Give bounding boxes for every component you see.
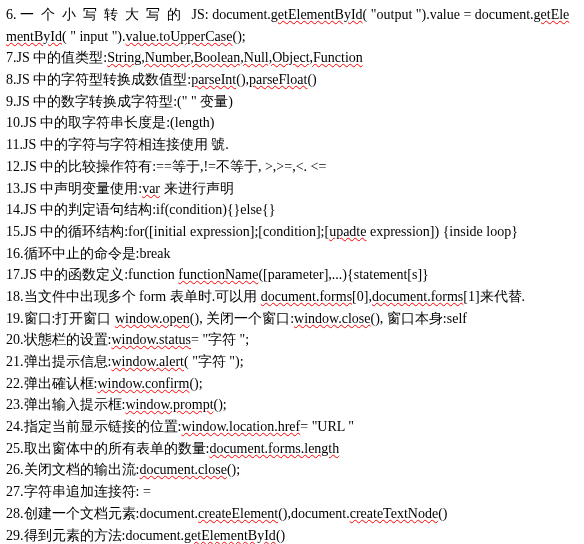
document-body: 6. 一个小写转大写的 JS: document.getElementById(… — [6, 4, 578, 544]
line-25: 25.取出窗体中的所有表单的数量:document.forms.length — [6, 438, 578, 460]
line-21: 21.弹出提示信息:window.alert( "字符 "); — [6, 351, 578, 373]
text-run: document. — [212, 7, 271, 22]
spellcheck-underline: getElementById — [271, 7, 363, 22]
spellcheck-underline: functionName — [178, 267, 258, 282]
text-run: 29.得到元素的方法:document. — [6, 528, 184, 543]
spellcheck-underline: window.alert — [111, 354, 184, 369]
text-run: 8.JS 中的字符型转换成数值型: — [6, 72, 191, 87]
line-20: 20.状態栏的设置:window.status= "字符 "; — [6, 329, 578, 351]
text-run: 20.状態栏的设置: — [6, 332, 111, 347]
spellcheck-underline: window.confirm — [97, 376, 189, 391]
spellcheck-underline: parseInt — [191, 72, 236, 87]
line-6: 6. 一个小写转大写的 JS: document.getElementById(… — [6, 4, 578, 47]
text-run: 21.弹出提示信息: — [6, 354, 111, 369]
spellcheck-underline: parseFloat — [249, 72, 307, 87]
text-run: 一个小写转大写的 — [20, 7, 188, 22]
spellcheck-underline: window.status — [111, 332, 191, 347]
spellcheck-underline: upadte — [329, 224, 366, 239]
text-run: 10.JS 中的取字符串长度是:(length) — [6, 115, 214, 130]
text-run: JS: — [188, 7, 212, 22]
text-run: expression]) {inside loop} — [366, 224, 517, 239]
spellcheck-underline: window.location.href — [181, 419, 300, 434]
spellcheck-underline: document.forms — [372, 289, 463, 304]
spellcheck-underline: document.forms.length — [209, 441, 339, 456]
line-7: 7.JS 中的值类型:String,Number,Boolean,Null,Ob… — [6, 47, 578, 69]
line-19: 19.窗口:打开窗口 window.open(), 关闭一个窗口:window.… — [6, 308, 578, 330]
line-23: 23.弹出输入提示框:window.prompt(); — [6, 394, 578, 416]
text-run: = "URL " — [300, 419, 354, 434]
text-run: 28.创建一个文档元素:document. — [6, 506, 198, 521]
line-22: 22.弹出確认框:window.confirm(); — [6, 373, 578, 395]
line-16: 16.循环中止的命令是:break — [6, 243, 578, 265]
spellcheck-underline: createElement — [198, 506, 278, 521]
text-run: () — [276, 528, 285, 543]
text-run: 16.循环中止的命令是:break — [6, 246, 170, 261]
line-24: 24.指定当前显示链接的位置:window.location.href= "UR… — [6, 416, 578, 438]
line-9: 9.JS 中的数字转换成字符型:(" " 变量) — [6, 91, 578, 113]
text-run: 15.JS 中的循环结构:for([initial expression];[c… — [6, 224, 329, 239]
line-13: 13.JS 中声明变量使用:var 来进行声明 — [6, 178, 578, 200]
text-run: 来进行声明 — [160, 181, 234, 196]
spellcheck-underline: window.open — [115, 311, 190, 326]
text-run: ([parameter],...){statement[s]} — [258, 267, 428, 282]
line-11: 11.JS 中的字符与字符相连接使用 號. — [6, 134, 578, 156]
line-10: 10.JS 中的取字符串长度是:(length) — [6, 112, 578, 134]
text-run: ( " input "). — [62, 29, 126, 44]
line-14: 14.JS 中的判定语句结构:if(condition){}else{} — [6, 199, 578, 221]
line-15: 15.JS 中的循环结构:for([initial expression];[c… — [6, 221, 578, 243]
line-28: 28.创建一个文档元素:document.createElement(),doc… — [6, 503, 578, 525]
text-run: 9.JS 中的数字转换成字符型:(" " 变量) — [6, 94, 233, 109]
text-run: 13.JS 中声明变量使用: — [6, 181, 142, 196]
text-run: ( "output ").value = document. — [363, 7, 534, 22]
text-run: 18.当文件中出现多个 form 表单时.可以用 — [6, 289, 261, 304]
text-run: 23.弹出输入提示框: — [6, 397, 125, 412]
text-run: ( "字符 "); — [184, 354, 244, 369]
line-17: 17.JS 中的函数定义:function functionName([para… — [6, 264, 578, 286]
line-8: 8.JS 中的字符型转换成数值型:parseInt(),parseFloat() — [6, 69, 578, 91]
text-run: 14.JS 中的判定语句结构:if(condition){}else{} — [6, 202, 276, 217]
spellcheck-underline: document.close — [139, 462, 226, 477]
text-run: 24.指定当前显示链接的位置: — [6, 419, 181, 434]
spellcheck-underline: value.toUpperCase — [126, 29, 233, 44]
line-12: 12.JS 中的比较操作符有:==等于,!=不等于, >,>=,<. <= — [6, 156, 578, 178]
text-run: () — [438, 506, 447, 521]
text-run: (); — [232, 29, 245, 44]
spellcheck-underline: window.close — [294, 311, 370, 326]
text-run: 12.JS 中的比较操作符有:==等于,!=不等于, >,>=,<. <= — [6, 159, 326, 174]
text-run: 26.关闭文档的输出流: — [6, 462, 139, 477]
text-run: 19.窗口:打开窗口 — [6, 311, 115, 326]
text-run: 25.取出窗体中的所有表单的数量: — [6, 441, 209, 456]
spellcheck-underline: createTextNode — [350, 506, 438, 521]
line-18: 18.当文件中出现多个 form 表单时.可以用 document.forms[… — [6, 286, 578, 308]
text-run: 6. — [6, 7, 20, 22]
text-run: (); — [214, 397, 227, 412]
text-run: 27.字符串追加连接符: = — [6, 484, 151, 499]
text-run: = "字符 "; — [191, 332, 249, 347]
text-run: (); — [189, 376, 202, 391]
spellcheck-underline: var — [142, 181, 160, 196]
text-run: 22.弹出確认框: — [6, 376, 97, 391]
text-run: (), 关闭一个窗口: — [190, 311, 294, 326]
text-run: 11.JS 中的字符与字符相连接使用 號. — [6, 137, 229, 152]
line-29: 29.得到元素的方法:document.getElementById() — [6, 525, 578, 545]
text-run: 17.JS 中的函数定义:function — [6, 267, 178, 282]
text-run: (); — [227, 462, 240, 477]
text-run: (), — [236, 72, 249, 87]
spellcheck-underline: getElementById — [184, 528, 276, 543]
text-run: () — [307, 72, 316, 87]
text-run: 7.JS 中的值类型: — [6, 50, 107, 65]
line-26: 26.关闭文档的输出流:document.close(); — [6, 459, 578, 481]
line-27: 27.字符串追加连接符: = — [6, 481, 578, 503]
text-run: [1]来代替. — [463, 289, 525, 304]
spellcheck-underline: String,Number,Boolean,Null,Object,Functi… — [107, 50, 363, 65]
spellcheck-underline: document.forms — [261, 289, 352, 304]
text-run: (), 窗口本身:self — [371, 311, 467, 326]
text-run: (),document. — [278, 506, 350, 521]
text-run: [0], — [352, 289, 372, 304]
spellcheck-underline: window.prompt — [125, 397, 213, 412]
